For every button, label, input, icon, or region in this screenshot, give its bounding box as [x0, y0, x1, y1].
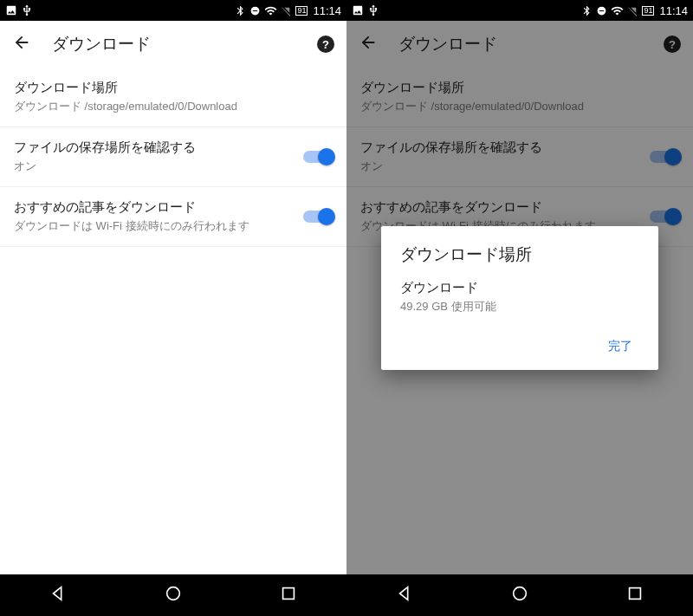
phone-left: 91 11:14 ダウンロード ? ダウンロード場所 ダウンロード /stora…: [0, 0, 346, 616]
svg-rect-3: [283, 588, 295, 600]
no-sim-icon: [281, 5, 292, 16]
svg-rect-5: [599, 10, 604, 10]
setting-title: ファイルの保存場所を確認する: [14, 139, 293, 156]
help-icon[interactable]: ?: [664, 36, 681, 53]
setting-confirm-location[interactable]: ファイルの保存場所を確認する オン: [346, 127, 693, 187]
setting-title: おすすめの記事をダウンロード: [14, 199, 293, 216]
status-bar: 91 11:14: [0, 0, 346, 21]
setting-subtitle: ダウンロードは Wi-Fi 接続時にのみ行われます: [14, 218, 293, 234]
setting-title: おすすめの記事をダウンロード: [360, 199, 639, 216]
usb-icon: [367, 4, 379, 16]
setting-subtitle: オン: [360, 159, 639, 174]
nav-back-icon[interactable]: [49, 584, 68, 606]
usb-icon: [21, 4, 33, 16]
back-button[interactable]: [12, 33, 31, 55]
nav-back-icon[interactable]: [395, 584, 414, 606]
nav-recent-icon[interactable]: [279, 584, 298, 606]
setting-subtitle: ダウンロード /storage/emulated/0/Download: [14, 99, 333, 114]
setting-title: ファイルの保存場所を確認する: [360, 139, 639, 156]
toggle-switch[interactable]: [650, 151, 679, 163]
download-location-dialog: ダウンロード場所 ダウンロード 49.29 GB 使用可能 完了: [381, 226, 658, 370]
dialog-done-button[interactable]: 完了: [601, 330, 639, 363]
setting-download-location[interactable]: ダウンロード場所 ダウンロード /storage/emulated/0/Down…: [0, 68, 346, 127]
toggle-switch[interactable]: [303, 211, 333, 223]
no-sim-icon: [627, 5, 638, 16]
nav-bar: [0, 574, 346, 616]
phone-right: 91 11:14 ダウンロード ? ダウンロード場所 ダウンロード /stora…: [346, 0, 693, 616]
dialog-option-label: ダウンロード: [400, 280, 639, 296]
dnd-icon: [596, 5, 607, 16]
image-icon: [5, 4, 17, 16]
svg-point-6: [514, 587, 527, 600]
back-button[interactable]: [359, 33, 378, 55]
image-icon: [352, 4, 364, 16]
svg-point-2: [167, 587, 180, 600]
setting-download-articles[interactable]: おすすめの記事をダウンロード ダウンロードは Wi-Fi 接続時にのみ行われます: [0, 187, 346, 247]
help-icon[interactable]: ?: [317, 36, 334, 53]
dialog-option[interactable]: ダウンロード 49.29 GB 使用可能: [400, 280, 639, 314]
app-header: ダウンロード ?: [346, 21, 693, 68]
battery-level: 91: [295, 6, 308, 16]
nav-home-icon[interactable]: [510, 584, 529, 606]
setting-confirm-location[interactable]: ファイルの保存場所を確認する オン: [0, 127, 346, 187]
nav-bar: [346, 574, 693, 616]
battery-level: 91: [642, 6, 654, 16]
bluetooth-icon: [581, 5, 593, 16]
page-title: ダウンロード: [398, 33, 643, 55]
setting-download-location[interactable]: ダウンロード場所 ダウンロード /storage/emulated/0/Down…: [346, 68, 693, 127]
setting-subtitle: オン: [14, 159, 293, 174]
dnd-icon: [249, 5, 261, 16]
setting-title: ダウンロード場所: [14, 80, 333, 96]
nav-home-icon[interactable]: [164, 584, 183, 606]
settings-list: ダウンロード場所 ダウンロード /storage/emulated/0/Down…: [0, 68, 346, 574]
toggle-switch[interactable]: [650, 211, 679, 223]
dialog-title: ダウンロード場所: [400, 243, 639, 266]
page-title: ダウンロード: [52, 33, 296, 55]
clock-time: 11:14: [659, 4, 688, 17]
wifi-icon: [611, 4, 624, 17]
bluetooth-icon: [235, 5, 246, 16]
svg-rect-1: [253, 10, 257, 10]
nav-recent-icon[interactable]: [625, 584, 644, 606]
setting-title: ダウンロード場所: [360, 80, 679, 96]
wifi-icon: [264, 4, 277, 17]
clock-time: 11:14: [313, 4, 341, 17]
setting-subtitle: ダウンロード /storage/emulated/0/Download: [360, 99, 679, 114]
app-header: ダウンロード ?: [0, 21, 346, 68]
status-bar: 91 11:14: [346, 0, 693, 21]
toggle-switch[interactable]: [303, 151, 333, 163]
svg-rect-7: [630, 588, 641, 600]
dialog-option-sub: 49.29 GB 使用可能: [400, 299, 639, 314]
